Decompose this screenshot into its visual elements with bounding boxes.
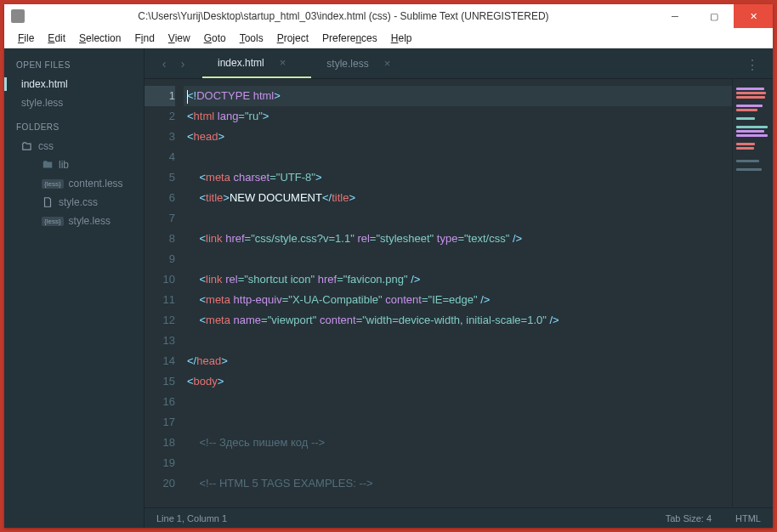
app-icon — [11, 9, 25, 23]
code-line[interactable] — [184, 208, 732, 229]
tab-label: index.html — [218, 57, 264, 69]
file-label: style.css — [59, 196, 98, 208]
close-button[interactable]: ✕ — [734, 4, 773, 28]
less-badge-icon: {less} — [42, 179, 64, 189]
tab-bar: ‹ › index.html × style.less × ⋮ — [145, 48, 773, 79]
menu-preferences[interactable]: Preferences — [315, 31, 384, 46]
folder-label: lib — [59, 159, 69, 171]
code-line[interactable] — [184, 249, 732, 269]
folder-root[interactable]: css — [4, 137, 144, 156]
sidebar: OPEN FILES index.html style.less FOLDERS… — [4, 48, 145, 528]
code-line[interactable]: <head> — [184, 127, 732, 147]
editor-area: ‹ › index.html × style.less × ⋮ 12345678… — [145, 48, 773, 528]
maximize-button[interactable]: ▢ — [695, 4, 734, 28]
status-tab-size[interactable]: Tab Size: 4 — [666, 513, 712, 524]
main-area: OPEN FILES index.html style.less FOLDERS… — [4, 48, 773, 528]
code-line[interactable] — [184, 331, 732, 351]
menu-tools[interactable]: Tools — [233, 31, 270, 46]
status-bar: Line 1, Column 1 Tab Size: 4 HTML — [145, 507, 773, 528]
code-line[interactable] — [184, 392, 732, 412]
less-badge-icon: {less} — [42, 217, 64, 226]
menu-edit[interactable]: Edit — [41, 31, 72, 46]
tab-label: style.less — [326, 58, 368, 70]
line-gutter: 1234567891011121314151617181920 — [145, 79, 184, 507]
code-line[interactable]: <!-- Здесь пишем код --> — [184, 433, 732, 453]
open-file-label: style.less — [21, 97, 63, 109]
more-options-icon[interactable]: ⋮ — [746, 57, 761, 73]
tab-nav: ‹ › — [155, 54, 192, 73]
code-line[interactable]: <html lang="ru"> — [184, 106, 732, 127]
file-label: style.less — [69, 215, 111, 227]
menu-file[interactable]: File — [11, 31, 41, 46]
code-line[interactable] — [184, 412, 732, 433]
app-window: C:\Users\Yurij\Desktop\startup_html_03\i… — [4, 4, 773, 528]
menu-view[interactable]: View — [162, 31, 197, 46]
status-line-col[interactable]: Line 1, Column 1 — [156, 513, 227, 524]
folder-open-icon — [21, 140, 33, 152]
code-content[interactable]: <!DOCTYPE html><html lang="ru"><head> <m… — [184, 79, 732, 507]
folder-label: css — [38, 140, 54, 152]
minimize-button[interactable]: ─ — [655, 4, 695, 28]
window-title: C:\Users\Yurij\Desktop\startup_html_03\i… — [31, 10, 655, 22]
code-line[interactable]: <title>NEW DOCUMENT</title> — [184, 188, 732, 208]
code-line[interactable] — [184, 453, 732, 473]
tab-index-html[interactable]: index.html × — [202, 48, 311, 78]
file-style-css[interactable]: style.css — [4, 193, 144, 212]
close-icon[interactable]: × — [384, 57, 391, 70]
menu-project[interactable]: Project — [270, 31, 315, 46]
css-file-icon — [42, 196, 54, 208]
tab-style-less[interactable]: style.less × — [311, 49, 416, 77]
menu-goto[interactable]: Goto — [197, 31, 233, 46]
tab-forward-button[interactable]: › — [173, 54, 192, 73]
open-file-style-less[interactable]: style.less — [4, 93, 144, 112]
code-line[interactable]: <link rel="shortcut icon" href="favicon.… — [184, 269, 732, 290]
folder-lib[interactable]: lib — [4, 156, 144, 174]
code-line[interactable]: <meta http-equiv="X-UA-Compatible" conte… — [184, 290, 732, 310]
titlebar[interactable]: C:\Users\Yurij\Desktop\startup_html_03\i… — [4, 4, 773, 28]
menu-selection[interactable]: Selection — [72, 31, 128, 46]
folders-title: FOLDERS — [4, 117, 144, 137]
code-editor[interactable]: 1234567891011121314151617181920 <!DOCTYP… — [145, 79, 773, 507]
window-controls: ─ ▢ ✕ — [655, 4, 773, 28]
tab-back-button[interactable]: ‹ — [155, 54, 173, 73]
file-style-less[interactable]: {less} style.less — [4, 212, 144, 230]
menu-help[interactable]: Help — [384, 31, 419, 46]
folder-icon — [42, 159, 54, 171]
menu-bar: File Edit Selection Find View Goto Tools… — [4, 28, 773, 48]
menu-find[interactable]: Find — [128, 31, 161, 46]
code-line[interactable]: <!DOCTYPE html> — [184, 86, 732, 106]
code-line[interactable]: <link href="css/style.css?v=1.1" rel="st… — [184, 229, 732, 249]
code-line[interactable]: </head> — [184, 351, 732, 371]
file-content-less[interactable]: {less} content.less — [4, 174, 144, 193]
code-line[interactable] — [184, 147, 732, 167]
file-label: content.less — [69, 178, 123, 190]
code-line[interactable]: <meta charset="UTF-8"> — [184, 167, 732, 188]
code-line[interactable]: <body> — [184, 371, 732, 392]
close-icon[interactable]: × — [280, 56, 286, 69]
status-syntax[interactable]: HTML — [735, 513, 761, 524]
code-line[interactable]: <!-- HTML 5 TAGS EXAMPLES: --> — [184, 473, 732, 494]
minimap[interactable] — [732, 79, 773, 507]
open-files-title: OPEN FILES — [4, 55, 144, 75]
open-file-index-html[interactable]: index.html — [4, 75, 144, 93]
code-line[interactable]: <meta name="viewport" content="width=dev… — [184, 310, 732, 331]
open-file-label: index.html — [21, 78, 68, 90]
